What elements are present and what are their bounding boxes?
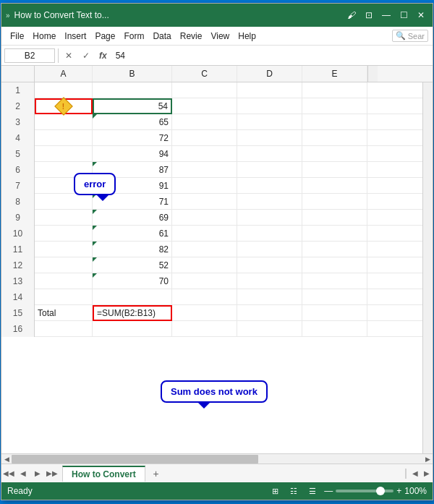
cell-e6[interactable]: [302, 162, 367, 178]
col-header-b[interactable]: B: [93, 66, 172, 82]
cell-c14[interactable]: [172, 289, 237, 305]
cell-c8[interactable]: [172, 194, 237, 210]
cell-c16[interactable]: [172, 321, 237, 337]
view-normal-icon[interactable]: ⊞: [268, 484, 282, 498]
cell-e16[interactable]: [302, 321, 367, 337]
tab-nav-first[interactable]: ◀◀: [1, 464, 16, 483]
cell-a13[interactable]: [35, 273, 93, 289]
confirm-formula-button[interactable]: ✓: [79, 48, 93, 63]
scroll-area-right[interactable]: ▶: [421, 468, 433, 479]
cell-e13[interactable]: [302, 273, 367, 289]
cell-b7[interactable]: 91: [93, 178, 172, 194]
cell-c13[interactable]: [172, 273, 237, 289]
menu-data[interactable]: Data: [148, 30, 175, 43]
cell-e2[interactable]: [302, 98, 367, 114]
cell-c6[interactable]: [172, 162, 237, 178]
cell-d12[interactable]: [237, 257, 302, 273]
cell-c7[interactable]: [172, 178, 237, 194]
cell-c10[interactable]: [172, 226, 237, 242]
restore-icon[interactable]: ⊡: [362, 8, 376, 22]
view-page-icon[interactable]: ☰: [305, 484, 320, 498]
cell-e1[interactable]: [302, 82, 367, 98]
zoom-plus-button[interactable]: +: [396, 486, 401, 496]
zoom-minus-button[interactable]: —: [324, 486, 333, 496]
menu-file[interactable]: File: [6, 30, 28, 43]
cell-c12[interactable]: [172, 257, 237, 273]
cell-d8[interactable]: [237, 194, 302, 210]
cell-a2[interactable]: !: [35, 98, 93, 114]
cell-d4[interactable]: [237, 130, 302, 146]
cell-b10[interactable]: 61: [93, 226, 172, 242]
menu-home[interactable]: Home: [28, 30, 60, 43]
brush-icon[interactable]: 🖌: [344, 8, 359, 22]
formula-input[interactable]: [113, 51, 430, 61]
maximize-button[interactable]: ☐: [396, 8, 411, 22]
cell-b9[interactable]: 69: [93, 210, 172, 226]
cell-a10[interactable]: [35, 226, 93, 242]
cell-reference-box[interactable]: [4, 48, 55, 63]
tab-overflow-icon[interactable]: »: [6, 12, 10, 20]
cell-b1[interactable]: [93, 82, 172, 98]
cell-b8[interactable]: 71: [93, 194, 172, 210]
cell-c3[interactable]: [172, 114, 237, 130]
menu-review[interactable]: Revie: [176, 30, 207, 43]
col-header-d[interactable]: D: [237, 66, 302, 82]
cell-e4[interactable]: [302, 130, 367, 146]
cell-c4[interactable]: [172, 130, 237, 146]
scroll-left-button[interactable]: ◀: [1, 454, 12, 464]
minimize-button[interactable]: —: [379, 8, 393, 22]
cell-d3[interactable]: [237, 114, 302, 130]
bottom-horizontal-scrollbar[interactable]: [405, 469, 407, 479]
menu-help[interactable]: Help: [234, 30, 260, 43]
menu-insert[interactable]: Insert: [60, 30, 90, 43]
cell-a3[interactable]: [35, 114, 93, 130]
cell-a1[interactable]: [35, 82, 93, 98]
error-indicator-icon[interactable]: !: [54, 97, 72, 115]
cell-a4[interactable]: [35, 130, 93, 146]
cell-e12[interactable]: [302, 257, 367, 273]
cell-d9[interactable]: [237, 210, 302, 226]
cell-b4[interactable]: 72: [93, 130, 172, 146]
add-sheet-button[interactable]: +: [148, 466, 164, 482]
view-layout-icon[interactable]: ☷: [286, 484, 301, 498]
cell-e7[interactable]: [302, 178, 367, 194]
cell-c5[interactable]: [172, 146, 237, 162]
cell-a9[interactable]: [35, 210, 93, 226]
cell-d6[interactable]: [237, 162, 302, 178]
cell-b3[interactable]: 65: [93, 114, 172, 130]
col-header-c[interactable]: C: [172, 66, 237, 82]
cell-d5[interactable]: [237, 146, 302, 162]
cell-a7[interactable]: [35, 178, 93, 194]
cell-b11[interactable]: 82: [93, 242, 172, 257]
cell-e5[interactable]: [302, 146, 367, 162]
cell-d15[interactable]: [237, 305, 302, 321]
vertical-scrollbar[interactable]: [422, 82, 433, 453]
cell-b2[interactable]: 54: [93, 98, 172, 114]
cell-b13[interactable]: 70: [93, 273, 172, 289]
cell-d14[interactable]: [237, 289, 302, 305]
tab-nav-last[interactable]: ▶▶: [45, 464, 59, 483]
cell-a15[interactable]: Total: [35, 305, 93, 321]
cell-e10[interactable]: [302, 226, 367, 242]
cell-d13[interactable]: [237, 273, 302, 289]
cell-b14[interactable]: [93, 289, 172, 305]
menu-page[interactable]: Page: [90, 30, 119, 43]
cell-c11[interactable]: [172, 242, 237, 257]
cell-a6[interactable]: [35, 162, 93, 178]
tab-nav-next[interactable]: ▶: [30, 464, 45, 483]
cell-d7[interactable]: [237, 178, 302, 194]
cell-e14[interactable]: [302, 289, 367, 305]
col-header-e[interactable]: E: [302, 66, 367, 82]
cell-d2[interactable]: [237, 98, 302, 114]
cell-a16[interactable]: [35, 321, 93, 337]
scroll-right-button[interactable]: ▶: [422, 454, 433, 464]
horizontal-scrollbar[interactable]: [12, 455, 422, 464]
menu-form[interactable]: Form: [119, 30, 148, 43]
cell-c15[interactable]: [172, 305, 237, 321]
cell-d10[interactable]: [237, 226, 302, 242]
cell-c2[interactable]: [172, 98, 237, 114]
sheet-tab[interactable]: How to Convert: [62, 466, 145, 482]
cell-a14[interactable]: [35, 289, 93, 305]
cell-d11[interactable]: [237, 242, 302, 257]
cell-b5[interactable]: 94: [93, 146, 172, 162]
